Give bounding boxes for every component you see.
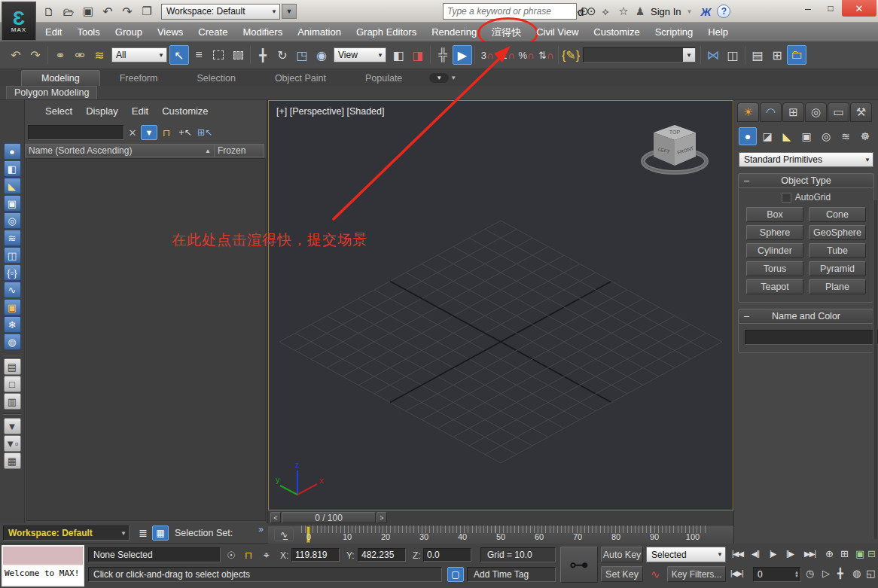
select-and-rotate-icon[interactable]: ↻ xyxy=(273,45,292,65)
lights-category-icon[interactable]: ◣ xyxy=(778,127,796,145)
next-frame-button[interactable]: > xyxy=(377,512,387,523)
systems-category-icon[interactable]: ☸ xyxy=(856,127,874,145)
sphere-button[interactable]: Sphere xyxy=(746,225,803,240)
workspace-options-icon[interactable]: ▼ xyxy=(282,4,297,19)
explorer-menu-display[interactable]: Display xyxy=(79,102,125,120)
select-and-manipulate-icon[interactable]: ╬ xyxy=(433,45,453,65)
display-groups-icon[interactable]: ◫ xyxy=(4,247,21,264)
object-type-rollout-header[interactable]: – Object Type xyxy=(738,173,874,188)
display-spacewarps-icon[interactable]: ≋ xyxy=(4,230,21,246)
mini-curve-editor-icon[interactable]: ∿̲ xyxy=(274,528,294,541)
redo-icon[interactable]: ↷ xyxy=(117,2,137,21)
selection-lock-lightbulb-icon[interactable]: ☉ xyxy=(224,547,239,562)
pan-hand-icon[interactable]: ╋ xyxy=(837,568,843,579)
workspace-selector-dropdown[interactable]: Workspace: Default ▼ xyxy=(3,526,130,541)
menu-render-fast[interactable]: 渲得快 xyxy=(484,23,529,42)
cone-button[interactable]: Cone xyxy=(809,207,866,222)
zoom-extents-icon[interactable]: ▣ xyxy=(855,548,864,559)
selection-lock-icon[interactable]: ⊓ xyxy=(241,547,256,562)
viewcube[interactable]: TOP LEFT FRONT xyxy=(633,114,716,181)
default-in-out-tangents-icon[interactable]: ∿ xyxy=(646,566,664,582)
display-tab-icon[interactable]: ▭ xyxy=(828,102,849,122)
help-icon[interactable]: ? xyxy=(717,5,730,18)
selection-filter-dropdown[interactable]: All ▼ xyxy=(111,47,167,62)
display-cameras-icon[interactable]: ▣ xyxy=(4,195,21,212)
pick-parent-icon[interactable]: ⊞↖ xyxy=(195,127,215,138)
mirror-icon[interactable]: ⋈ xyxy=(703,45,723,65)
teapot-button[interactable]: Teapot xyxy=(746,279,803,294)
align-icon[interactable]: ◫ xyxy=(723,45,742,65)
edit-named-selection-sets-icon[interactable]: {✎} xyxy=(561,45,581,65)
maximize-button[interactable]: □ xyxy=(819,1,842,16)
sign-in-button[interactable]: Sign In xyxy=(648,6,684,17)
advanced-filter-icon[interactable]: ▼▫ xyxy=(4,435,21,452)
zoom-all-icon[interactable]: ⊞ xyxy=(840,548,849,559)
undo-scene-icon[interactable]: ↶ xyxy=(6,45,26,65)
go-to-end-icon[interactable]: ▶▶| xyxy=(804,550,816,558)
display-geometry-icon[interactable]: ● xyxy=(4,143,21,160)
ribbon-options-icon[interactable]: ▼ xyxy=(449,73,458,83)
viewport-label[interactable]: [+] [Perspective] [Shaded] xyxy=(276,106,385,117)
keyboard-shortcut-override-icon[interactable]: ▶ xyxy=(453,45,472,65)
ribbon-tab-object-paint[interactable]: Object Paint xyxy=(255,71,346,86)
window-crossing-icon[interactable] xyxy=(228,45,248,65)
track-bar[interactable]: ∿̲ 0 10 20 30 40 50 60 70 80 90 100 xyxy=(268,526,733,545)
command-panel-scrollbar[interactable] xyxy=(873,200,877,539)
create-tab-icon[interactable]: ☀ xyxy=(737,102,759,122)
set-key-button[interactable]: Set Key xyxy=(601,566,643,582)
go-to-start-icon[interactable]: |◀◀ xyxy=(732,550,743,558)
select-object-icon[interactable]: ↖ xyxy=(169,45,189,65)
menu-edit[interactable]: Edit xyxy=(38,23,69,41)
menu-tools[interactable]: Tools xyxy=(69,23,107,41)
collapse-all-icon[interactable]: □ xyxy=(4,376,21,392)
add-to-selection-icon[interactable]: +↖ xyxy=(175,127,195,138)
autogrid-checkbox[interactable] xyxy=(782,193,791,203)
isolate-selection-icon[interactable]: ▢ xyxy=(447,567,464,582)
explorer-menu-customize[interactable]: Customize xyxy=(155,102,215,120)
geometry-category-icon[interactable]: ● xyxy=(739,127,757,145)
field-of-view-icon[interactable]: ▷ xyxy=(822,568,830,579)
layer-explorer-icon[interactable]: ▤ xyxy=(748,45,767,65)
menu-rendering[interactable]: Rendering xyxy=(424,23,484,41)
undo-icon[interactable]: ↶ xyxy=(98,2,117,21)
menu-customize[interactable]: Customize xyxy=(586,23,647,41)
menu-animation[interactable]: Animation xyxy=(290,23,349,41)
manage-layers-icon[interactable]: ≣ xyxy=(134,525,152,541)
current-frame-field[interactable]: 0 ▲▼ xyxy=(753,567,801,582)
mini-listener-macro-pane[interactable] xyxy=(3,547,83,566)
redo-scene-icon[interactable]: ↷ xyxy=(26,45,45,65)
explorer-search-input[interactable] xyxy=(28,125,124,140)
reference-coordinate-dropdown[interactable]: View ▼ xyxy=(334,47,386,62)
y-coordinate-field[interactable] xyxy=(358,548,406,562)
x-coordinate-field[interactable] xyxy=(291,548,340,562)
minimize-button[interactable]: – xyxy=(797,1,819,16)
explorer-menu-edit[interactable]: Edit xyxy=(125,102,155,120)
previous-frame-icon[interactable]: ◀|| xyxy=(751,550,759,558)
search-icon[interactable]: ⊙⊙ xyxy=(577,5,596,18)
ribbon-tab-populate[interactable]: Populate xyxy=(346,71,422,86)
exchange-apps-icon[interactable]: Ж xyxy=(694,5,717,18)
set-keys-button[interactable]: ⊶ xyxy=(560,547,598,583)
key-mode-toggle-icon[interactable]: |◀▶| xyxy=(730,569,743,577)
open-file-icon[interactable]: 🗁 xyxy=(59,2,78,21)
mini-listener-text[interactable]: Welcome to MAX! xyxy=(3,566,83,583)
snaps-toggle-icon[interactable]: 3∩ xyxy=(477,45,497,65)
column-header-name[interactable]: Name (Sorted Ascending) ▲ xyxy=(25,144,215,157)
new-file-icon[interactable]: 🗋 xyxy=(39,2,59,21)
communication-center-icon[interactable]: ⟡ xyxy=(596,5,614,18)
play-animation-icon[interactable]: |▶ xyxy=(770,550,776,558)
select-and-move-icon[interactable]: ╋ xyxy=(253,45,273,65)
menu-views[interactable]: Views xyxy=(150,23,191,41)
absolute-offset-mode-icon[interactable]: ⌖ xyxy=(259,547,274,562)
add-time-tag-button[interactable]: Add Time Tag xyxy=(467,567,556,582)
ribbon-tab-selection[interactable]: Selection xyxy=(177,71,255,86)
name-color-rollout-header[interactable]: – Name and Color xyxy=(738,309,874,324)
shapes-category-icon[interactable]: ◪ xyxy=(758,127,776,145)
ribbon-tab-freeform[interactable]: Freeform xyxy=(100,71,178,86)
ribbon-collapse-button[interactable]: ▼ xyxy=(429,73,449,83)
menu-help[interactable]: Help xyxy=(700,23,736,41)
display-frozen-objects-icon[interactable]: ❄ xyxy=(4,316,21,333)
application-menu-button[interactable]: Ɛ MAX xyxy=(2,2,36,41)
time-configuration-icon[interactable]: ◷ xyxy=(806,568,814,579)
menu-civil-view[interactable]: Civil View xyxy=(529,23,586,41)
